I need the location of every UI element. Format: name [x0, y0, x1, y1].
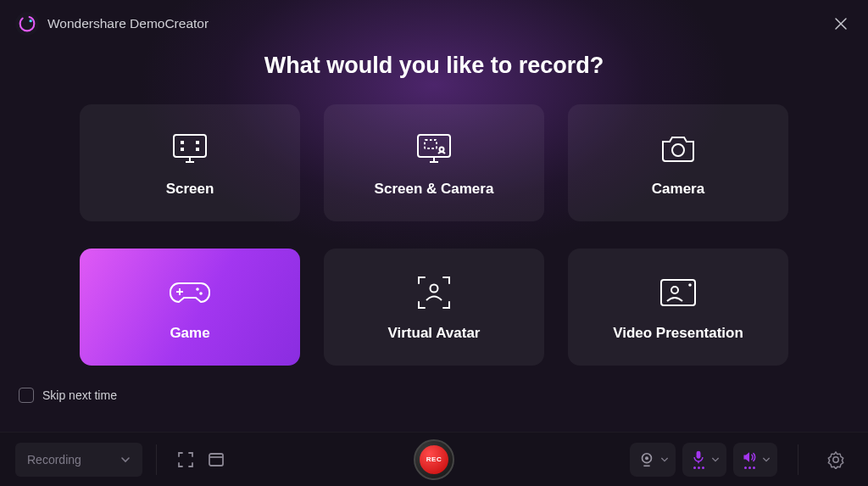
card-game[interactable]: Game: [80, 249, 300, 366]
fullscreen-area-button[interactable]: [170, 444, 201, 475]
speaker-icon: [742, 450, 757, 465]
settings-button[interactable]: [819, 443, 853, 477]
card-label: Screen: [166, 181, 214, 198]
card-screen-camera[interactable]: Screen & Camera: [324, 104, 544, 221]
divider: [156, 444, 157, 475]
window-area-button[interactable]: [201, 444, 231, 475]
card-screen[interactable]: Screen: [80, 104, 300, 221]
screen-icon: [169, 128, 211, 169]
card-video-presentation[interactable]: Video Presentation: [568, 249, 788, 366]
record-button[interactable]: REC: [414, 439, 454, 480]
close-icon: [834, 17, 848, 31]
card-camera[interactable]: Camera: [568, 104, 788, 221]
svg-point-1: [30, 20, 32, 22]
screen-camera-icon: [413, 128, 455, 169]
recording-dropdown-label: Recording: [27, 453, 81, 466]
camera-icon: [658, 128, 698, 169]
chevron-down-icon: [660, 455, 669, 464]
card-virtual-avatar[interactable]: Virtual Avatar: [324, 249, 544, 366]
svg-point-13: [440, 148, 444, 152]
svg-rect-5: [181, 141, 184, 144]
video-presentation-icon: [657, 272, 699, 313]
gear-icon: [826, 450, 845, 469]
page-title: What would you like to record?: [0, 53, 868, 79]
svg-rect-27: [697, 451, 701, 459]
card-label: Camera: [652, 181, 704, 198]
svg-point-0: [20, 17, 35, 31]
svg-rect-12: [425, 140, 437, 148]
svg-point-18: [199, 292, 203, 295]
svg-rect-7: [181, 148, 184, 151]
microphone-toggle[interactable]: [682, 443, 726, 477]
recording-dropdown[interactable]: Recording: [15, 443, 142, 477]
card-label: Video Presentation: [613, 325, 743, 342]
chevron-down-icon: [120, 455, 131, 465]
svg-point-26: [645, 456, 648, 460]
svg-point-21: [688, 283, 692, 287]
webcam-icon: [638, 451, 655, 468]
svg-point-19: [431, 285, 438, 293]
chevron-down-icon: [762, 455, 771, 464]
app-title: Wondershare DemoCreator: [47, 16, 209, 31]
svg-point-22: [671, 287, 678, 293]
fullscreen-icon: [176, 450, 195, 469]
virtual-avatar-icon: [415, 272, 453, 313]
svg-rect-8: [196, 148, 199, 151]
close-button[interactable]: [829, 12, 853, 36]
svg-rect-2: [174, 135, 206, 157]
svg-point-14: [672, 144, 684, 156]
svg-rect-9: [418, 135, 450, 157]
webcam-toggle[interactable]: [630, 443, 676, 477]
card-label: Screen & Camera: [375, 181, 494, 198]
window-icon: [207, 450, 225, 469]
divider: [798, 444, 798, 475]
record-icon: REC: [420, 445, 448, 474]
svg-rect-23: [209, 454, 223, 466]
skip-label: Skip next time: [42, 388, 117, 402]
svg-point-29: [833, 456, 838, 461]
card-label: Virtual Avatar: [388, 325, 481, 342]
skip-checkbox[interactable]: [19, 388, 34, 403]
chevron-down-icon: [711, 455, 720, 464]
microphone-icon: [691, 450, 706, 465]
svg-rect-6: [196, 141, 199, 144]
svg-point-17: [196, 288, 199, 291]
system-audio-toggle[interactable]: [733, 443, 777, 477]
app-logo: [15, 12, 39, 36]
game-controller-icon: [167, 272, 213, 313]
card-label: Game: [170, 325, 209, 342]
